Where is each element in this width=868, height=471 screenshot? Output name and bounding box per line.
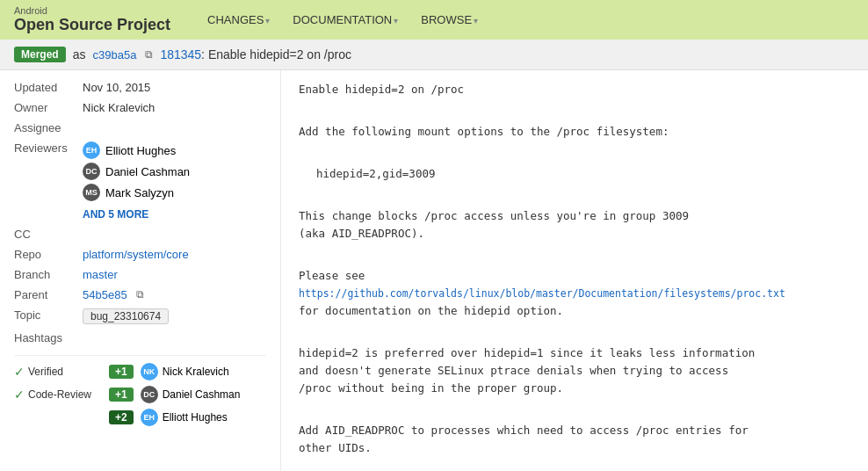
repo-row: Repo platform/system/core bbox=[14, 248, 266, 261]
reviewer-name-0: Elliott Hughes bbox=[105, 144, 176, 157]
right-panel: Enable hidepid=2 on /proc Add the follow… bbox=[281, 70, 868, 471]
verify-user-2: EH Elliott Hughes bbox=[141, 409, 228, 426]
verify-avatar-2: EH bbox=[141, 409, 158, 426]
avatar-1: DC bbox=[83, 163, 100, 180]
reviewer-2: MS Mark Salyzyn bbox=[83, 184, 190, 201]
verify-user-0: NK Nick Kralevich bbox=[141, 363, 229, 380]
hashtags-row: Hashtags bbox=[14, 331, 266, 344]
nav-changes[interactable]: CHANGES▾ bbox=[199, 10, 278, 30]
nav-browse[interactable]: BROWSE▾ bbox=[412, 10, 487, 30]
repo-label: Repo bbox=[14, 248, 76, 261]
check-icon-0: ✓ bbox=[14, 365, 25, 379]
description: Enable hidepid=2 on /proc Add the follow… bbox=[299, 81, 850, 471]
desc-line-19: other UIDs. bbox=[299, 439, 850, 457]
parent-copy-icon[interactable]: ⧉ bbox=[136, 288, 144, 301]
verify-text-0: Verified bbox=[28, 366, 63, 378]
owner-row: Owner Nick Kralevich bbox=[14, 101, 266, 114]
updated-value: Nov 10, 2015 bbox=[83, 81, 150, 94]
desc-line-2 bbox=[299, 98, 850, 116]
desc-line-9 bbox=[299, 243, 850, 260]
verify-label-2: ✓ bbox=[14, 410, 102, 424]
proc-doc-link[interactable]: https://github.com/torvalds/linux/blob/m… bbox=[299, 287, 785, 300]
verify-text-1: Code-Review bbox=[28, 388, 91, 401]
desc-line-13 bbox=[299, 320, 850, 337]
desc-line-3: Add the following mount options to the /… bbox=[299, 123, 850, 141]
score-2: +2 bbox=[109, 410, 134, 424]
branch-label: Branch bbox=[14, 268, 76, 281]
desc-line-5: hidepid=2,gid=3009 bbox=[316, 165, 850, 183]
branch-link[interactable]: master bbox=[83, 268, 118, 281]
desc-line-16: /proc without being in the proper group. bbox=[299, 380, 850, 397]
change-title: Enable hidepid=2 on /proc bbox=[208, 47, 351, 62]
reviewers-label: Reviewers bbox=[14, 141, 76, 155]
topic-badge: bug_23310674 bbox=[83, 308, 169, 324]
change-id-link[interactable]: 181345 bbox=[160, 47, 201, 62]
verify-user-name-1: Daniel Cashman bbox=[163, 388, 241, 401]
header: Android Open Source Project CHANGES▾ DOC… bbox=[0, 0, 868, 40]
parent-row: Parent 54b5e85 ⧉ bbox=[14, 288, 266, 301]
brand: Android Open Source Project bbox=[14, 5, 170, 34]
branch-row: Branch master bbox=[14, 268, 266, 281]
desc-line-4 bbox=[299, 141, 850, 158]
verify-user-1: DC Daniel Cashman bbox=[141, 386, 241, 403]
main-content: Updated Nov 10, 2015 Owner Nick Kralevic… bbox=[0, 70, 868, 471]
reviewer-name-2: Mark Salyzyn bbox=[105, 186, 174, 199]
reviewer-0: EH Elliott Hughes bbox=[83, 141, 190, 159]
reviewers-row: Reviewers EH Elliott Hughes DC Daniel Ca… bbox=[14, 141, 266, 221]
verify-section: ✓ Verified +1 NK Nick Kralevich ✓ Code-R… bbox=[14, 355, 266, 426]
score-0: +1 bbox=[109, 365, 134, 379]
verify-label-0: ✓ Verified bbox=[14, 365, 102, 379]
desc-line-10: Please see bbox=[299, 267, 850, 285]
cc-label: CC bbox=[14, 228, 76, 241]
desc-line-7: This change blocks /proc access unless y… bbox=[299, 207, 850, 225]
android-label: Android bbox=[14, 5, 170, 16]
assignee-row: Assignee bbox=[14, 121, 266, 134]
desc-line-12: for documentation on the hidepid option. bbox=[299, 302, 850, 320]
owner-value: Nick Kralevich bbox=[83, 101, 155, 114]
merged-badge: Merged bbox=[14, 47, 66, 62]
desc-line-18: Add AID_READPROC to processes which need… bbox=[299, 422, 850, 439]
commit-hash-link[interactable]: c39ba5a bbox=[92, 48, 136, 62]
reviewer-name-1: Daniel Cashman bbox=[105, 165, 190, 178]
site-title: Open Source Project bbox=[14, 16, 170, 34]
topic-label: Topic bbox=[14, 308, 76, 322]
verify-label-1: ✓ Code-Review bbox=[14, 388, 102, 402]
desc-line-1: Enable hidepid=2 on /proc bbox=[299, 81, 850, 98]
avatar-0: EH bbox=[83, 141, 100, 159]
reviewers-list: EH Elliott Hughes DC Daniel Cashman MS M… bbox=[83, 141, 190, 221]
repo-link[interactable]: platform/system/core bbox=[83, 248, 189, 261]
verify-user-name-2: Elliott Hughes bbox=[163, 411, 228, 424]
owner-label: Owner bbox=[14, 101, 76, 114]
desc-line-14: hidepid=2 is preferred over hidepid=1 si… bbox=[299, 344, 850, 362]
main-nav: CHANGES▾ DOCUMENTATION▾ BROWSE▾ bbox=[199, 10, 487, 30]
verify-avatar-0: NK bbox=[141, 363, 158, 380]
desc-line-20 bbox=[299, 457, 850, 471]
score-1: +1 bbox=[109, 388, 134, 402]
desc-line-11: https://github.com/torvalds/linux/blob/m… bbox=[299, 285, 850, 302]
desc-line-6 bbox=[299, 183, 850, 200]
parent-link[interactable]: 54b5e85 bbox=[83, 288, 127, 301]
check-icon-1: ✓ bbox=[14, 388, 25, 402]
updated-row: Updated Nov 10, 2015 bbox=[14, 81, 266, 94]
topic-row: Topic bug_23310674 bbox=[14, 308, 266, 324]
verify-avatar-1: DC bbox=[141, 386, 158, 403]
desc-line-8: (aka AID_READPROC). bbox=[299, 225, 850, 243]
verify-row-2: ✓ +2 EH Elliott Hughes bbox=[14, 409, 266, 426]
desc-line-17 bbox=[299, 397, 850, 415]
verify-row-0: ✓ Verified +1 NK Nick Kralevich bbox=[14, 363, 266, 380]
nav-documentation[interactable]: DOCUMENTATION▾ bbox=[284, 10, 407, 30]
updated-label: Updated bbox=[14, 81, 76, 94]
verify-user-name-0: Nick Kralevich bbox=[163, 366, 229, 378]
parent-label: Parent bbox=[14, 288, 76, 301]
hashtags-label: Hashtags bbox=[14, 331, 76, 344]
as-text: as bbox=[73, 47, 86, 62]
avatar-2: MS bbox=[83, 184, 100, 201]
left-panel: Updated Nov 10, 2015 Owner Nick Kralevic… bbox=[0, 70, 281, 471]
verify-row-1: ✓ Code-Review +1 DC Daniel Cashman bbox=[14, 386, 266, 403]
cc-row: CC bbox=[14, 228, 266, 241]
and-more-link[interactable]: AND 5 MORE bbox=[83, 208, 190, 221]
reviewer-1: DC Daniel Cashman bbox=[83, 163, 190, 180]
title-bar: Merged as c39ba5a ⧉ 181345: Enable hidep… bbox=[0, 40, 868, 70]
assignee-label: Assignee bbox=[14, 121, 76, 134]
copy-icon[interactable]: ⧉ bbox=[145, 48, 153, 61]
